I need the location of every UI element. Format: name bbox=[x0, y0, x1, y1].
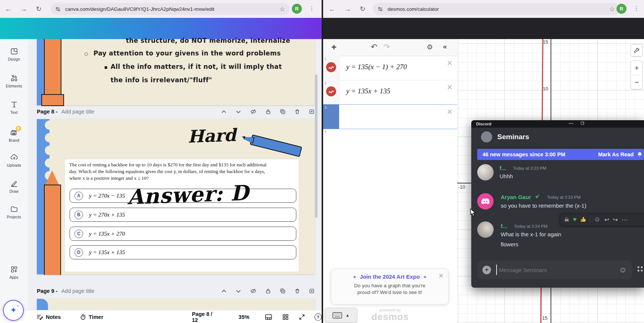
message2-author[interactable]: Aryan Gaur bbox=[501, 194, 531, 200]
browser-profile-avatar[interactable]: R bbox=[616, 4, 627, 14]
avatar-aryan[interactable] bbox=[477, 193, 494, 210]
sidebar-item-draw[interactable]: Draw bbox=[0, 179, 28, 194]
collapse-panel-icon[interactable]: « bbox=[443, 42, 447, 51]
undo-icon[interactable]: ↶ bbox=[371, 42, 377, 51]
keyboard-toggle-button[interactable]: ▲ bbox=[325, 308, 357, 323]
expression-1-gutter[interactable]: 1 bbox=[323, 56, 339, 80]
expression-3-gutter[interactable]: 3 bbox=[323, 105, 339, 129]
reply-icon[interactable]: ↩ bbox=[604, 216, 609, 223]
expression-row-2[interactable]: 2 y = 135x + 135 ✕ bbox=[323, 80, 457, 105]
grid-view-icon[interactable] bbox=[283, 314, 288, 320]
duplicate-page-icon[interactable] bbox=[280, 109, 286, 115]
expression-1-latex[interactable]: y = 135(x − 1) + 270 bbox=[346, 63, 407, 71]
browser-profile-avatar[interactable]: R bbox=[292, 4, 302, 14]
timer-button[interactable]: Timer bbox=[89, 314, 103, 320]
zoom-level[interactable]: 35% bbox=[239, 314, 249, 320]
forward-icon[interactable]: ↪ bbox=[613, 216, 618, 223]
help-icon[interactable]: ? bbox=[315, 313, 322, 321]
slide-8[interactable]: Hard The cost of renting a backhoe for u… bbox=[37, 119, 315, 274]
fullscreen-icon[interactable] bbox=[299, 314, 305, 320]
move-down-icon[interactable] bbox=[236, 109, 241, 115]
add-page-icon[interactable] bbox=[309, 109, 315, 115]
sidebar-item-projects[interactable]: Projects bbox=[0, 205, 28, 219]
channel-name[interactable]: Seminars bbox=[497, 133, 529, 141]
avatar-f[interactable] bbox=[477, 164, 494, 180]
expression-2-latex[interactable]: y = 135x + 135 bbox=[346, 87, 390, 95]
page9-title-placeholder[interactable]: Add page title bbox=[61, 288, 95, 294]
move-up-icon[interactable] bbox=[221, 288, 227, 294]
sidebar-item-text[interactable]: Text bbox=[0, 100, 28, 115]
expression-row-4[interactable]: 4 bbox=[323, 129, 457, 151]
back-button[interactable]: ← bbox=[327, 4, 337, 14]
site-info-icon[interactable] bbox=[55, 6, 61, 12]
address-bar[interactable]: canva.com/design/DAGau8VC8fY/Q1-JhrcA2pN… bbox=[51, 3, 290, 15]
slide-7[interactable]: the structure, do NOT memorize, internal… bbox=[37, 39, 315, 105]
magic-assistant-button[interactable]: ✦ ✧ bbox=[3, 300, 24, 321]
avatar-f[interactable] bbox=[477, 221, 494, 238]
zoom-out-button[interactable]: − bbox=[631, 75, 643, 89]
browser-menu-icon[interactable]: ⋮ bbox=[634, 5, 639, 12]
message-input[interactable] bbox=[498, 266, 600, 274]
sidebar-item-brand[interactable]: CD ♛ Brand bbox=[0, 128, 28, 143]
sidebar-item-apps[interactable]: Apps bbox=[0, 265, 28, 279]
canvas-scrollbar[interactable] bbox=[315, 74, 318, 218]
discord-titlebar[interactable]: Discord — ❐ bbox=[471, 120, 644, 128]
sticker-gif-icon[interactable] bbox=[637, 265, 644, 273]
forward-button[interactable]: → bbox=[19, 4, 29, 14]
lock-icon[interactable] bbox=[265, 288, 271, 294]
add-reaction-icon[interactable]: ☺ bbox=[594, 216, 600, 223]
close-popup-icon[interactable]: ✕ bbox=[439, 272, 444, 280]
delete-page-icon[interactable] bbox=[294, 109, 300, 115]
move-up-icon[interactable] bbox=[221, 109, 227, 115]
bookmark-star-icon[interactable]: ☆ bbox=[609, 5, 615, 13]
remove-expression-icon[interactable]: ✕ bbox=[447, 83, 453, 92]
curve-color-icon[interactable] bbox=[326, 86, 336, 96]
reload-button[interactable]: ↻ bbox=[357, 4, 368, 14]
art-expo-link[interactable]: Join the 2024 Art Expo bbox=[360, 274, 420, 280]
sidebar-item-design[interactable]: Design bbox=[0, 47, 28, 61]
delete-page-icon[interactable] bbox=[294, 288, 300, 294]
sidebar-item-uploads[interactable]: Uploads bbox=[0, 153, 28, 167]
sidebar-item-elements[interactable]: Elements bbox=[0, 74, 28, 88]
zoom-in-button[interactable]: + bbox=[631, 61, 643, 75]
new-messages-banner[interactable]: 46 new messages since 3:00 PM Mark As Re… bbox=[477, 149, 644, 160]
site-info-icon[interactable] bbox=[377, 6, 383, 12]
remove-expression-icon[interactable]: ✕ bbox=[447, 108, 453, 116]
expression-2-gutter[interactable]: 2 bbox=[323, 80, 339, 104]
move-down-icon[interactable] bbox=[236, 288, 241, 294]
graph-settings-wrench-button[interactable] bbox=[631, 44, 643, 57]
more-options-icon[interactable]: ⋯ bbox=[622, 216, 628, 223]
question-card[interactable]: The cost of renting a backhoe for up to … bbox=[65, 159, 299, 272]
bookmark-star-icon[interactable]: ☆ bbox=[280, 5, 285, 13]
reload-button[interactable]: ↻ bbox=[34, 4, 44, 14]
page-indicator[interactable]: Page 8 / 12 bbox=[192, 311, 219, 323]
add-expression-button[interactable]: + bbox=[331, 42, 337, 52]
redo-icon[interactable]: ↷ bbox=[383, 42, 390, 51]
option-b[interactable]: B y = 270x + 135 bbox=[70, 208, 296, 222]
discord-overlay[interactable]: Discord — ❐ Seminars 46 new messages sin… bbox=[471, 120, 644, 288]
message3-author[interactable]: f... bbox=[501, 223, 507, 229]
back-button[interactable]: ← bbox=[3, 4, 13, 14]
expression-row-3-selected[interactable]: 3 ✕ bbox=[323, 104, 457, 129]
graph-settings-gear-icon[interactable]: ⚙ bbox=[427, 43, 433, 51]
option-c[interactable]: C y = 135x + 270 bbox=[70, 227, 296, 241]
emoji-picker-icon[interactable]: ☺ bbox=[619, 265, 627, 274]
lock-icon[interactable] bbox=[265, 109, 271, 115]
skull-reaction[interactable]: ☠ bbox=[564, 216, 569, 223]
forward-button[interactable]: → bbox=[342, 4, 353, 14]
thumbs-up-reaction[interactable] bbox=[580, 217, 586, 223]
expression-row-1[interactable]: 1 y = 135(x − 1) + 270 ✕ bbox=[323, 56, 457, 80]
thumbnail-view-icon[interactable] bbox=[265, 314, 272, 320]
option-d[interactable]: D y = 135x + 135 bbox=[70, 245, 296, 259]
duplicate-page-icon[interactable] bbox=[280, 288, 286, 294]
slide-9[interactable] bbox=[37, 299, 315, 310]
address-bar[interactable]: desmos.com/calculator ☆ bbox=[373, 3, 619, 15]
message1-author[interactable]: f... bbox=[500, 165, 506, 171]
curve-color-icon[interactable] bbox=[326, 62, 336, 72]
page8-title-placeholder[interactable]: Add page title bbox=[61, 109, 95, 115]
add-page-icon[interactable] bbox=[309, 288, 315, 294]
green-heart-reaction[interactable]: ♥ bbox=[573, 216, 577, 223]
attach-plus-icon[interactable]: + bbox=[482, 266, 491, 274]
notes-button[interactable]: Notes bbox=[46, 314, 61, 320]
restore-icon[interactable]: ❐ bbox=[581, 121, 584, 125]
